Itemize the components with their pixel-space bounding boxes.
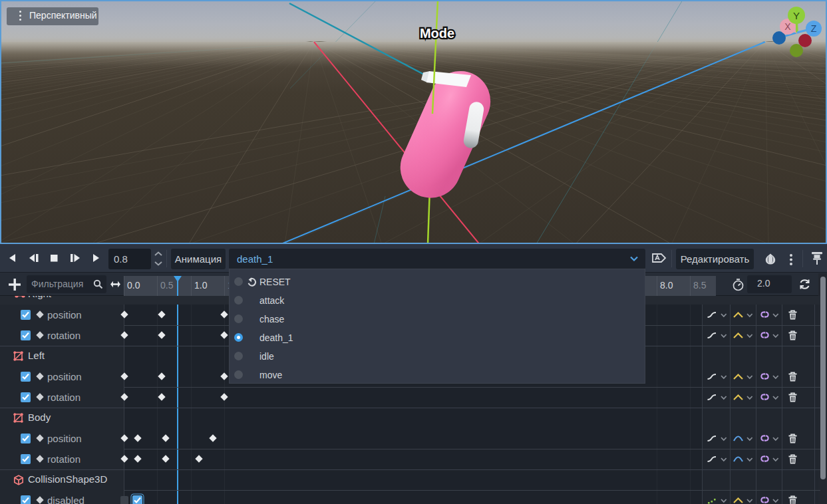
svg-text:Y: Y xyxy=(793,10,800,21)
svg-text:X: X xyxy=(784,21,791,32)
svg-text:Z: Z xyxy=(811,23,817,34)
svg-text:Mode: Mode xyxy=(420,26,454,41)
